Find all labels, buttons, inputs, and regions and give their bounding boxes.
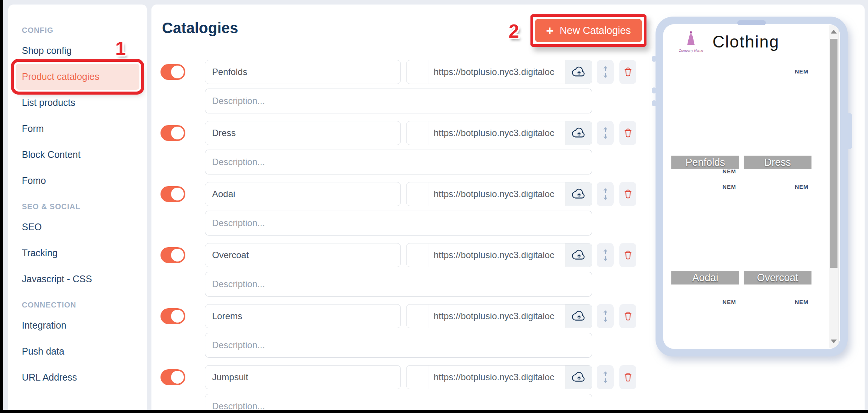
sidebar-item[interactable]: Tracking [8, 240, 147, 266]
category-name-input[interactable] [205, 365, 401, 389]
cloud-upload-icon [572, 66, 586, 78]
catalog-row: https://botplusio.nyc3.digitaloc [160, 365, 646, 410]
category-name-input[interactable] [205, 304, 401, 328]
sidebar-item[interactable]: URL Address [8, 364, 147, 390]
reorder-button[interactable] [597, 243, 614, 267]
category-tile-label: Overcoat [744, 271, 811, 285]
upload-button[interactable] [565, 304, 592, 328]
image-url-value[interactable]: https://botplusio.nyc3.digitaloc [428, 121, 565, 145]
sidebar-section-header: CONFIG [8, 23, 147, 38]
image-url-value[interactable]: https://botplusio.nyc3.digitaloc [428, 60, 565, 84]
category-tile-label: Penfolds [671, 156, 739, 169]
nem-watermark: NEM [795, 68, 808, 75]
trash-icon [623, 66, 633, 78]
phone-scrollbar[interactable] [829, 25, 839, 348]
category-thumbnail [409, 306, 426, 326]
scrollbar-thumb[interactable] [830, 39, 837, 268]
image-url-value[interactable]: https://botplusio.nyc3.digitaloc [428, 182, 565, 206]
category-tile[interactable]: NEM [671, 297, 739, 349]
toggle-knob [171, 249, 184, 262]
upload-button[interactable] [565, 121, 592, 145]
category-description-input[interactable] [205, 333, 592, 358]
image-url-value[interactable]: https://botplusio.nyc3.digitaloc [428, 243, 565, 267]
app-window: CONFIG Shop configProduct catalogiesList… [3, 0, 868, 410]
enabled-toggle[interactable] [160, 247, 185, 263]
category-description-input[interactable] [205, 150, 592, 174]
phone-power-button [846, 113, 852, 149]
sidebar-item[interactable]: Form [8, 116, 147, 142]
sidebar-section-header: CONNECTION [8, 297, 147, 312]
delete-button[interactable] [619, 121, 636, 145]
new-catalogies-label: New Catalogies [559, 25, 631, 37]
new-catalogies-button[interactable]: + New Catalogies [535, 19, 642, 42]
sort-arrows-icon [602, 188, 609, 200]
reorder-button[interactable] [597, 182, 614, 206]
sidebar-item[interactable]: Push data [8, 338, 147, 364]
category-tile[interactable]: NEM Dress [744, 66, 811, 176]
category-description-input[interactable] [205, 394, 592, 410]
trash-icon [623, 127, 633, 139]
category-tile[interactable]: NEM [744, 297, 811, 349]
sidebar-item[interactable]: Block Content [8, 142, 147, 168]
thumbnail-cell [406, 366, 428, 389]
image-url-group: https://botplusio.nyc3.digitaloc [406, 304, 592, 328]
delete-button[interactable] [619, 365, 636, 389]
sidebar-item[interactable]: SEO [8, 214, 147, 240]
scroll-down-icon[interactable] [831, 340, 837, 343]
category-description-input[interactable] [205, 272, 592, 297]
enabled-toggle[interactable] [160, 369, 185, 385]
sidebar-item[interactable]: Javascript - CSS [8, 266, 147, 292]
delete-button[interactable] [619, 304, 636, 328]
cloud-upload-icon [572, 188, 586, 200]
annotation-step-2: 2 [509, 20, 519, 42]
category-name-input[interactable] [205, 243, 401, 267]
image-url-group: https://botplusio.nyc3.digitaloc [406, 121, 592, 145]
category-name-input[interactable] [205, 182, 401, 206]
upload-button[interactable] [565, 366, 592, 389]
trash-icon [623, 311, 633, 322]
nem-watermark: NEM [795, 299, 808, 305]
nem-watermark: NEM [723, 299, 736, 305]
category-description-input[interactable] [205, 89, 592, 113]
upload-button[interactable] [565, 60, 592, 84]
phone-speaker-notch [737, 20, 766, 25]
upload-button[interactable] [565, 243, 592, 267]
image-url-value[interactable]: https://botplusio.nyc3.digitaloc [428, 304, 565, 328]
delete-button[interactable] [619, 182, 636, 206]
toggle-knob [171, 371, 184, 384]
trash-icon [623, 188, 633, 200]
upload-button[interactable] [565, 182, 592, 206]
category-tile-label: Dress [744, 156, 811, 169]
enabled-toggle[interactable] [160, 64, 185, 80]
reorder-button[interactable] [597, 121, 614, 145]
category-tile[interactable]: NEM Aodai [671, 181, 739, 291]
sidebar-item[interactable]: Shop config [8, 38, 147, 64]
category-tile[interactable]: NEM Penfolds [671, 66, 739, 176]
sidebar-item[interactable]: List products [8, 90, 147, 116]
category-thumbnail [409, 245, 426, 265]
enabled-toggle[interactable] [160, 125, 185, 141]
cloud-upload-icon [572, 372, 586, 383]
scroll-up-icon[interactable] [831, 30, 837, 34]
sidebar-item-product-catalogies[interactable]: Product catalogies [16, 64, 139, 90]
delete-button[interactable] [619, 60, 636, 84]
enabled-toggle[interactable] [160, 186, 185, 202]
sidebar-item[interactable]: Fomo [8, 168, 147, 194]
thumbnail-cell [406, 121, 428, 145]
category-name-input[interactable] [205, 121, 401, 145]
phone-preview: Company Name Clothing NEM Penfolds NEM D… [656, 17, 848, 356]
cloud-upload-icon [572, 127, 586, 139]
category-description-input[interactable] [205, 211, 592, 236]
sidebar: CONFIG Shop configProduct catalogiesList… [8, 5, 147, 410]
annotation-box-new-catalogies: + New Catalogies [530, 14, 646, 47]
reorder-button[interactable] [597, 304, 614, 328]
catalog-row: https://botplusio.nyc3.digitaloc [160, 243, 646, 304]
reorder-button[interactable] [597, 365, 614, 389]
reorder-button[interactable] [597, 60, 614, 84]
category-tile[interactable]: NEM Overcoat [744, 181, 811, 291]
image-url-value[interactable]: https://botplusio.nyc3.digitaloc [428, 366, 565, 389]
sidebar-item[interactable]: Integration [8, 312, 147, 338]
enabled-toggle[interactable] [160, 308, 185, 324]
delete-button[interactable] [619, 243, 636, 267]
category-name-input[interactable] [205, 60, 401, 84]
